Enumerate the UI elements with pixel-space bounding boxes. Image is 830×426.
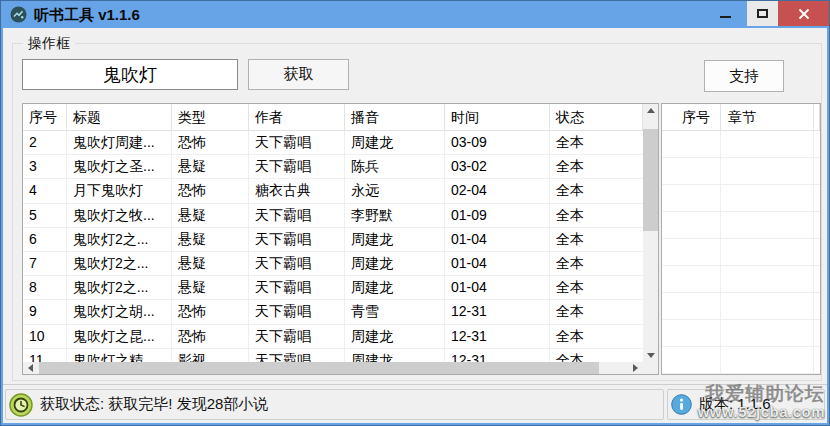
table-cell: 全本 (550, 252, 643, 275)
scroll-right-button[interactable] (628, 362, 643, 374)
table-cell: 鬼吹灯周建... (67, 131, 172, 154)
table-cell: 天下霸唱 (249, 131, 345, 154)
chapter-cell (662, 347, 721, 373)
chapter-cell (662, 320, 721, 346)
chapter-cell (662, 185, 721, 211)
table-cell: 周建龙 (345, 276, 445, 299)
table-cell: 4 (23, 179, 67, 202)
column-header (814, 104, 820, 130)
column-header[interactable]: 作者 (249, 104, 345, 130)
chapters-table-body (662, 131, 820, 374)
scroll-up-button[interactable] (643, 104, 658, 117)
horizontal-scrollbar[interactable] (23, 362, 643, 374)
column-header[interactable]: 状态 (550, 104, 643, 130)
maximize-button[interactable] (747, 1, 778, 26)
column-header[interactable]: 序号 (23, 104, 67, 130)
close-button[interactable] (778, 1, 829, 26)
chapter-cell (814, 293, 820, 319)
scrollbar-corner (643, 362, 658, 374)
table-cell: 5 (23, 204, 67, 227)
arrow-right-icon (633, 364, 638, 372)
table-cell: 03-09 (445, 131, 550, 154)
vertical-scrollbar[interactable] (643, 104, 658, 362)
table-cell: 全本 (550, 349, 643, 362)
table-row[interactable]: 5鬼吹灯之牧...悬疑天下霸唱李野默01-09全本 (23, 204, 643, 228)
table-cell: 恐怖 (172, 131, 249, 154)
table-cell: 悬疑 (172, 204, 249, 227)
table-row[interactable]: 6鬼吹灯2之...悬疑天下霸唱周建龙01-04全本 (23, 228, 643, 252)
table-cell: 01-09 (445, 204, 550, 227)
table-cell: 全本 (550, 131, 643, 154)
chapter-cell (721, 158, 814, 184)
version-panel: 版本: 1.1.6 (667, 389, 825, 420)
table-cell: 恐怖 (172, 179, 249, 202)
table-row[interactable]: 9鬼吹灯之胡...恐怖天下霸唱青雪12-31全本 (23, 300, 643, 324)
chapters-table-header: 序号 章节 (662, 104, 820, 131)
chapter-row[interactable] (662, 131, 820, 158)
scroll-down-button[interactable] (643, 349, 658, 362)
chapter-row[interactable] (662, 320, 820, 347)
table-cell: 青雪 (345, 300, 445, 323)
statusbar: 获取状态: 获取完毕! 发现28部小说 版本: 1.1.6 (3, 384, 827, 423)
status-panel: 获取状态: 获取完毕! 发现28部小说 (5, 389, 664, 420)
chapter-row[interactable] (662, 239, 820, 266)
chapter-row[interactable] (662, 212, 820, 239)
table-row[interactable]: 7鬼吹灯2之...悬疑天下霸唱周建龙01-04全本 (23, 252, 643, 276)
table-row[interactable]: 10鬼吹灯之昆...恐怖天下霸唱周建龙12-31全本 (23, 325, 643, 349)
table-row[interactable]: 4月下鬼吹灯恐怖糖衣古典永远02-04全本 (23, 179, 643, 203)
table-cell: 全本 (550, 228, 643, 251)
column-header[interactable]: 标题 (67, 104, 172, 130)
table-cell: 天下霸唱 (249, 252, 345, 275)
table-cell: 影视 (172, 349, 249, 362)
table-cell: 全本 (550, 204, 643, 227)
table-row[interactable]: 8鬼吹灯2之...悬疑天下霸唱周建龙01-04全本 (23, 276, 643, 300)
column-header[interactable]: 时间 (445, 104, 550, 130)
groupbox-label: 操作框 (23, 35, 75, 51)
table-cell: 12-31 (445, 325, 550, 348)
support-button[interactable]: 支持 (704, 60, 784, 92)
chapter-cell (721, 239, 814, 265)
chapter-cell (662, 212, 721, 238)
vertical-scrollbar-thumb[interactable] (643, 129, 658, 231)
chapter-cell (721, 347, 814, 373)
table-cell: 悬疑 (172, 252, 249, 275)
chapter-row[interactable] (662, 347, 820, 374)
column-header[interactable]: 序号 (662, 104, 721, 130)
table-cell: 周建龙 (345, 349, 445, 362)
horizontal-scrollbar-thumb[interactable] (39, 362, 599, 374)
titlebar[interactable]: 听书工具 v1.1.6 (3, 1, 827, 28)
table-cell: 恐怖 (172, 325, 249, 348)
table-cell: 7 (23, 252, 67, 275)
table-cell: 周建龙 (345, 228, 445, 251)
table-cell: 周建龙 (345, 252, 445, 275)
chapter-cell (662, 266, 721, 292)
chapter-row[interactable] (662, 293, 820, 320)
chapter-cell (814, 131, 820, 157)
chapter-row[interactable] (662, 266, 820, 293)
column-header[interactable]: 章节 (721, 104, 814, 130)
table-row[interactable]: 2鬼吹灯周建...恐怖天下霸唱周建龙03-09全本 (23, 131, 643, 155)
table-cell: 8 (23, 276, 67, 299)
table-cell: 糖衣古典 (249, 179, 345, 202)
maximize-icon (757, 9, 768, 18)
table-row[interactable]: 3鬼吹灯之圣...悬疑天下霸唱陈兵03-02全本 (23, 155, 643, 179)
table-cell: 恐怖 (172, 300, 249, 323)
table-row[interactable]: 11鬼吹灯之精...影视天下霸唱周建龙12-31全本 (23, 349, 643, 362)
status-text: 获取状态: 获取完毕! 发现28部小说 (40, 395, 268, 414)
chapter-cell (662, 293, 721, 319)
table-cell: 鬼吹灯之圣... (67, 155, 172, 178)
column-header[interactable]: 播音 (345, 104, 445, 130)
column-header[interactable]: 类型 (172, 104, 249, 130)
table-cell: 鬼吹灯之胡... (67, 300, 172, 323)
chapter-row[interactable] (662, 185, 820, 212)
scroll-left-button[interactable] (23, 362, 38, 374)
chapter-cell (814, 158, 820, 184)
table-cell: 01-04 (445, 228, 550, 251)
table-cell: 01-04 (445, 276, 550, 299)
fetch-button[interactable]: 获取 (248, 59, 349, 90)
table-cell: 李野默 (345, 204, 445, 227)
search-input[interactable] (22, 59, 238, 90)
chapter-row[interactable] (662, 158, 820, 185)
minimize-button[interactable] (704, 1, 747, 26)
table-cell: 6 (23, 228, 67, 251)
